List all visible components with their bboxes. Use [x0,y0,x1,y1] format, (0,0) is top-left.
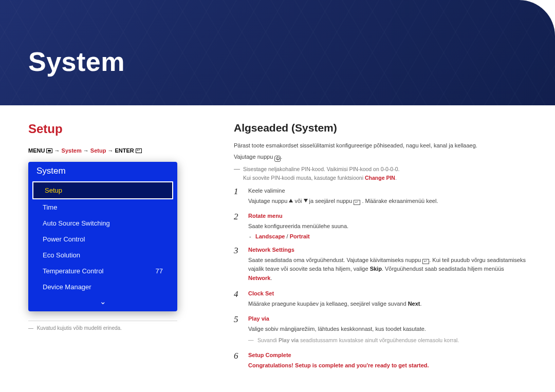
step-3: Network Settings Saate seadistada oma võ… [234,247,527,283]
congrats-message: Congratulations! Setup is complete and y… [248,361,527,370]
footnote-divider [28,321,177,321]
menu-label: MENU [28,147,45,154]
osd-title: System [28,162,177,181]
enter-icon [422,259,429,264]
osd-panel: System Setup Time Auto Source Switching … [28,162,177,311]
play-via-note: Suvandi Play via seadistussamm kuvatakse… [248,336,527,345]
step-1: Keele valimine Vajutage nuppu või ja see… [234,188,527,206]
chevron-down-icon: ⌄ [100,297,106,306]
menu-path: MENU → System → Setup → ENTER [28,147,177,154]
osd-item-label: Device Manager [43,283,91,291]
triangle-up-icon [289,199,293,202]
step-body: Saate seadistada oma võrguühendust. Vaju… [248,256,527,283]
step-body: Määrake praegune kuupäev ja kellaaeg, se… [248,300,527,309]
step-options: Landscape / Portrait [248,233,527,239]
step-title: Setup Complete [248,352,527,358]
left-column: Setup MENU → System → Setup → ENTER Syst… [28,122,177,377]
chapter-title: System [28,46,125,77]
page-content: Setup MENU → System → Setup → ENTER Syst… [0,105,555,377]
section-heading: Algseaded (System) [234,122,527,134]
osd-item-label: Setup [45,186,62,194]
enter-icon [136,148,142,153]
osd-item-device-manager[interactable]: Device Manager [31,279,174,295]
press-button-line: Vajutage nuppu . [234,153,527,162]
osd-item-setup[interactable]: Setup [32,181,173,199]
skip-label: Skip [370,266,382,272]
step-body: Saate konfigureerida menüülehe suuna. [248,222,527,231]
change-pin-label: Change PIN [365,175,395,181]
step-2: Rotate menu Saate konfigureerida menüüle… [234,213,527,239]
enter-icon [354,200,360,205]
osd-item-label: Time [43,203,57,211]
osd-item-value: 77 [156,267,163,275]
intro-paragraph: Pärast toote esmakordset sisselülitamist… [234,141,527,151]
step-title: Rotate menu [248,213,527,219]
step-title: Network Settings [248,247,527,253]
step-5: Play via Valige sobiv mängijarežiim, läh… [234,315,527,344]
chapter-banner: System [0,0,555,105]
step-4: Clock Set Määrake praegune kuupäev ja ke… [234,290,527,309]
step-title: Clock Set [248,290,527,296]
power-icon [274,156,281,162]
triangle-down-icon [304,199,308,202]
next-label: Next [408,301,420,307]
section-heading-setup: Setup [28,122,177,136]
osd-item-power-control[interactable]: Power Control [31,231,174,247]
menu-path-part: System [62,147,82,154]
osd-item-label: Temperature Control [43,267,104,275]
osd-item-temperature-control[interactable]: Temperature Control 77 [31,263,174,279]
osd-item-eco-solution[interactable]: Eco Solution [31,247,174,263]
osd-item-auto-source[interactable]: Auto Source Switching [31,215,174,231]
osd-scroll-down[interactable]: ⌄ [28,295,177,306]
menu-icon [46,148,52,153]
pin-note: Sisestage neljakohaline PIN-kood. Vaikim… [234,165,527,182]
step-body: Vajutage nuppu või ja seejärel nuppu . M… [248,197,527,206]
step-title: Keele valimine [248,188,527,194]
image-footnote: ― Kuvatud kujutis võib mudeliti erineda. [28,325,177,331]
step-6: Setup Complete Congratulations! Setup is… [234,352,527,370]
osd-item-label: Eco Solution [43,251,80,259]
right-column: Algseaded (System) Pärast toote esmakord… [234,122,527,377]
osd-item-time[interactable]: Time [31,199,174,215]
menu-path-part: Setup [90,147,106,154]
setup-steps: Keele valimine Vajutage nuppu või ja see… [234,188,527,370]
network-label: Network [248,275,270,281]
osd-item-label: Power Control [43,235,85,243]
step-title: Play via [248,315,527,322]
step-body: Valige sobiv mängijarežiim, lähtudes kes… [248,325,527,334]
osd-item-label: Auto Source Switching [43,219,110,227]
enter-label: ENTER [115,147,134,154]
